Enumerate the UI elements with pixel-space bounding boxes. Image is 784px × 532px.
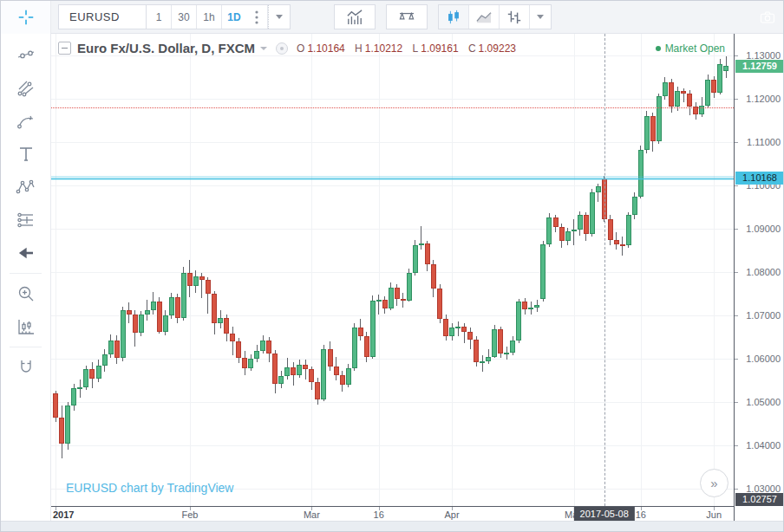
- candle: [358, 328, 363, 336]
- crosshair-tool-button[interactable]: [1, 1, 51, 34]
- top-toolbar: EURUSD 1301h1D: [1, 1, 784, 34]
- price-tick-mark: [735, 229, 738, 230]
- kebab-icon: [255, 10, 258, 24]
- candle: [53, 393, 58, 418]
- bars-icon: [506, 10, 522, 25]
- price-tick-label: 1.09000: [746, 224, 781, 234]
- price-gridline: [51, 402, 734, 403]
- snapshot-button[interactable]: [754, 4, 781, 29]
- candle: [278, 376, 284, 385]
- symbol-group: EURUSD: [58, 4, 153, 29]
- candle-wick: [421, 226, 421, 250]
- candle: [199, 276, 205, 280]
- chart-plot-area[interactable]: Euro Fx/U.S. Dollar, D, FXCM O1.10164 H1…: [51, 34, 734, 506]
- gann-fibonacci-tool-button[interactable]: [1, 72, 50, 105]
- high-value: 1.10212: [365, 42, 402, 55]
- chevron-down-icon[interactable]: [260, 47, 267, 50]
- forecast-tool-button[interactable]: [1, 204, 50, 237]
- candle: [711, 80, 716, 93]
- candle: [455, 327, 461, 328]
- candle: [242, 358, 247, 368]
- brush-tool-button[interactable]: [1, 105, 50, 138]
- candle-wick: [458, 321, 459, 336]
- alert-price-line[interactable]: [51, 178, 734, 179]
- candle: [614, 240, 619, 244]
- dotted-price-line[interactable]: [51, 107, 734, 108]
- crosshair-date-badge: 2017-05-08: [574, 507, 635, 521]
- chart-type-bars-button[interactable]: [500, 5, 530, 29]
- candle: [516, 302, 521, 341]
- zoom-in-tool-button[interactable]: [1, 277, 50, 310]
- price-tick-mark: [735, 185, 738, 186]
- candle: [565, 231, 571, 242]
- interval-button-1[interactable]: 1: [147, 5, 172, 29]
- open-label: O: [297, 42, 304, 55]
- compare-button[interactable]: [387, 5, 427, 29]
- price-gridline: [51, 272, 734, 273]
- collapse-legend-icon[interactable]: [58, 42, 71, 55]
- candle: [596, 186, 601, 192]
- candle: [650, 116, 656, 141]
- price-tick-label: 1.05000: [746, 397, 781, 407]
- time-tick-label: Mar: [304, 509, 320, 520]
- price-tick-mark: [735, 55, 738, 56]
- candle: [169, 297, 174, 315]
- symbol-button[interactable]: EURUSD: [59, 5, 152, 29]
- candle-wick: [482, 355, 483, 372]
- indicators-button[interactable]: [335, 5, 375, 29]
- candle: [492, 329, 497, 357]
- interval-button-30[interactable]: 30: [172, 5, 197, 29]
- candle-wick: [622, 237, 623, 256]
- pattern-tool-button[interactable]: [1, 171, 50, 204]
- arrow-left-icon: [16, 243, 36, 263]
- separator: [10, 273, 42, 274]
- ohlc-values: O1.10164 H1.10212 L1.09161 C1.09223: [297, 42, 516, 55]
- camera-icon: [760, 10, 775, 24]
- market-open-dot-icon: [656, 46, 661, 51]
- chart-type-dropdown-button[interactable]: [530, 5, 551, 29]
- text-tool-button[interactable]: [1, 138, 50, 171]
- interval-button-1D[interactable]: 1D: [222, 5, 246, 29]
- candle: [334, 367, 339, 375]
- magnet-tool-button[interactable]: [1, 351, 50, 384]
- price-tick-mark: [735, 272, 738, 273]
- more-intervals-button[interactable]: [246, 5, 268, 29]
- candle: [687, 94, 692, 107]
- interval-dropdown-button[interactable]: [269, 5, 290, 29]
- trend-line-tool-button[interactable]: [1, 39, 50, 72]
- price-tick-label: 1.04000: [746, 440, 781, 451]
- alert-price-badge: 1.10168: [735, 172, 784, 185]
- tradingview-watermark-link[interactable]: EURUSD chart by TradingView: [66, 481, 233, 495]
- candle: [486, 357, 491, 361]
- candle: [133, 315, 138, 333]
- brush-icon: [16, 111, 36, 132]
- go-to-realtime-button[interactable]: »: [700, 469, 728, 497]
- candle: [297, 365, 302, 375]
- candle: [321, 349, 326, 399]
- price-gridline: [51, 229, 734, 230]
- candle: [59, 418, 64, 444]
- compare-group: [386, 4, 428, 29]
- measure-tool-button[interactable]: [1, 310, 50, 343]
- candle: [657, 96, 662, 141]
- candle: [498, 329, 503, 354]
- candle: [425, 243, 430, 264]
- close-value: 1.09223: [479, 42, 516, 55]
- price-tick-mark: [735, 315, 738, 316]
- time-axis[interactable]: 2017FebMar16AprMay16Jun2017-05-08: [51, 506, 734, 521]
- chart-legend: Euro Fx/U.S. Dollar, D, FXCM O1.10164 H1…: [58, 41, 516, 55]
- candle: [77, 387, 82, 389]
- candle: [248, 359, 253, 369]
- candle: [510, 341, 515, 353]
- price-tick-mark: [735, 99, 738, 100]
- style-settings-icon[interactable]: [276, 42, 288, 55]
- chart-type-candles-button[interactable]: [439, 5, 469, 29]
- market-status: Market Open: [656, 42, 725, 55]
- interval-button-1h[interactable]: 1h: [197, 5, 222, 29]
- arrow-left-tool-button[interactable]: [1, 237, 50, 269]
- price-axis[interactable]: 1.130001.120001.110001.100001.090001.080…: [734, 34, 784, 521]
- indicators-icon: [345, 10, 364, 25]
- price-gridline: [51, 445, 734, 446]
- chevron-down-icon: [537, 15, 544, 19]
- chart-type-line-button[interactable]: [469, 5, 500, 29]
